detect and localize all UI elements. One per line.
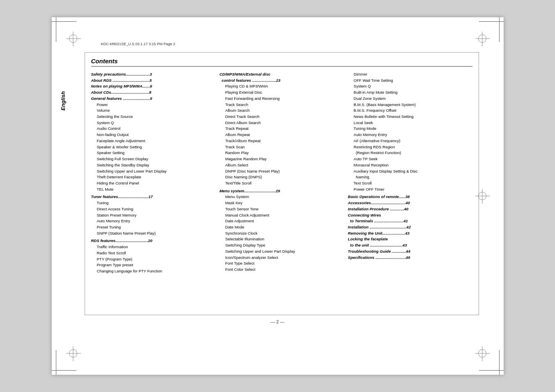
col2-sub-fastforward: Fast Forwarding and Reversing: [219, 96, 344, 102]
corner-tr-v: [499, 17, 500, 42]
col2-sub-track-repeat: Track Repeat: [219, 126, 344, 132]
col2-sub-track-search: Track Search: [219, 102, 344, 108]
col2-sub-text-scroll: Text/Title Scroll: [219, 180, 344, 187]
col3-sub-dimmer: Dimmer: [348, 71, 472, 78]
col1-sub-pty: PTY (Program Type): [91, 256, 216, 263]
col3-sub-off-wait: OFF Wait Time Setting: [348, 78, 472, 84]
col2-sub-touch-sensor: Touch Sensor Tone: [219, 206, 344, 212]
col2-cd-header2: control features ......................2…: [219, 78, 344, 84]
col3-sub-auto-memory: Auto Memory Entry: [348, 132, 472, 138]
col1-entry-2: About RDS ..............................…: [91, 78, 216, 84]
col2-sub-display-type: Switching Display Type: [219, 242, 344, 249]
col1-sub-nonfading: Non-fading Output: [91, 132, 216, 138]
col3-sub-aux-input: Auxiliary Input Display Setting & Disc: [348, 168, 472, 175]
col2-sub-magazine-random: Magazine Random Play: [219, 156, 344, 162]
col1-entry-5: General features .......................…: [91, 96, 216, 102]
col1-sub-faceplate: Faceplate Angle Adjustment: [91, 138, 216, 144]
col3-removing: Removing the Unit.....................43: [348, 231, 472, 237]
col3-sub-dual-zone: Dual Zone System: [348, 96, 472, 102]
col2-sub-dnpp: DNPP (Disc Name Preset Play): [219, 168, 344, 175]
col2-sub-track-scan: Track Scan: [219, 144, 344, 150]
crosshair-topright: [478, 35, 486, 43]
col3-locking: Locking the faceplate: [348, 236, 472, 242]
col1-sub-systemq: System Q: [91, 120, 216, 126]
col2-sub-album-select: Album Select: [219, 162, 344, 168]
col1-sub-speaker: Speaker Setting: [91, 150, 216, 156]
col2-sub-manual-clock: Manual Clock Adjustment: [219, 212, 344, 219]
col1-sub-tuning: Tuning: [91, 200, 216, 206]
col2-sub-menu-system: Menu System: [219, 194, 344, 200]
col1-sub-standby: Switching the Standby Display: [91, 162, 216, 168]
col1-sub-traffic: Traffic Information: [91, 244, 216, 250]
corner-bl-h: [52, 370, 76, 371]
col3-sub-local-seek: Local Seek: [348, 120, 472, 126]
col3-sub-monaural: Monaural Reception: [348, 162, 472, 168]
crosshair-topleft: [69, 35, 77, 43]
header-info: KDC-M9021SE_U.S 03.1.17 3:15 PM Page 2: [68, 30, 487, 46]
content-box: Contents Safety precautions.............…: [85, 52, 479, 315]
col3-sub-auto-tp: Auto TP Seek: [348, 156, 472, 162]
col2-sub-direct-track: Direct Track Search: [219, 114, 344, 120]
col1-sub-station-preset: Station Preset Memory: [91, 212, 216, 219]
col3-sub-naming: Naming: [348, 174, 472, 180]
col3-sub-text-scroll: Text Scroll: [348, 180, 472, 187]
col3-connecting-wires: Connecting Wires: [348, 212, 472, 219]
column-1: Safety precautions......................…: [91, 71, 216, 274]
col3-sub-af: AF (Alternative Frequency): [348, 138, 472, 144]
col1-sub-tel: TEL Mute: [91, 187, 216, 193]
col3-troubleshooting: Troubleshooting Guide .............44: [348, 249, 472, 255]
column-3: Dimmer OFF Wait Time Setting System Q Bu…: [348, 71, 472, 274]
col2-sub-date-adj: Date Adjustment: [219, 218, 344, 224]
col3-sub-power-off: Power OFF Timer: [348, 187, 472, 193]
col2-sub-playing-ext: Playing External Disc: [219, 90, 344, 96]
corner-tr-h: [479, 21, 504, 22]
col1-sub-volume: Volume: [91, 108, 216, 114]
col3-basic-ops: Basic Operations of remote......38: [348, 194, 472, 200]
corner-bl-v: [56, 350, 56, 375]
col2-sub-mask-key: Mask Key: [219, 200, 344, 206]
col2-sub-direct-album: Direct Album Search: [219, 120, 344, 126]
col1-entry-3: Notes on playing MP3/WMA.......6: [91, 83, 216, 90]
col1-sub-hiding: Hiding the Control Panel: [91, 180, 216, 187]
col1-sub-upperlower: Switching Upper and Lower Part Display: [91, 168, 216, 175]
col2-sub-font-color: Font Color Select: [219, 267, 344, 273]
col1-sub-snpp: SNPP (Station Name Preset Play): [91, 231, 216, 237]
col3-installation: Installation ...........................…: [348, 224, 472, 231]
col3-accessories: Accessories.............................…: [348, 200, 472, 206]
col3-to-unit: to the unit ............................…: [348, 242, 472, 249]
col2-sub-selectable: Selectable Illumination: [219, 236, 344, 242]
col3-sub-restrict-rds: Restricting RDS Region: [348, 144, 472, 150]
page-footer: — 2 —: [68, 319, 487, 324]
col2-sub-random: Random Play: [219, 150, 344, 156]
col2-sub-date-mode: Date Mode: [219, 224, 344, 231]
col1-entry-1: Safety precautions......................…: [91, 71, 216, 78]
col2-sub-sync-clock: Synchronize Clock: [219, 231, 344, 237]
col1-sub-power: Power: [91, 102, 216, 108]
corner-br-h: [479, 370, 504, 371]
column-2: CD/MP3/WMA/External disc control feature…: [219, 71, 344, 274]
page-title: Contents: [91, 58, 472, 67]
col2-sub-album-repeat: Album Repeat: [219, 132, 344, 138]
col1-rds: RDS features............................…: [91, 238, 216, 244]
col2-sub-disc-naming: Disc Naming (DNPS): [219, 174, 344, 180]
col1-sub-audio: Audio Control: [91, 126, 216, 132]
col1-entry-4: About CDs...............................…: [91, 90, 216, 96]
col1-sub-fullscreen: Switching Full Screen Display: [91, 156, 216, 162]
col2-sub-font-type: Font Type Select: [219, 261, 344, 267]
col1-tuner: Tuner features..........................…: [91, 194, 216, 200]
col2-menu: Menu system.............................…: [219, 188, 344, 194]
columns-container: Safety precautions......................…: [91, 71, 472, 274]
sidebar-label: English: [60, 91, 66, 111]
col3-installation-proc: Installation Procedure .............40: [348, 206, 472, 212]
col2-sub-track-album-repeat: Track/Album Repeat: [219, 138, 344, 144]
col3-sub-systemq: System Q: [348, 83, 472, 90]
page-number: — 2 —: [270, 319, 284, 324]
col3-specifications: Specifications .........................…: [348, 255, 472, 261]
col1-sub-direct-access: Direct Access Tuning: [91, 206, 216, 212]
page: KDC-M9021SE_U.S 03.1.17 3:15 PM Page 2 E…: [52, 17, 504, 375]
col1-sub-theft: Theft Deterrent Faceplate: [91, 174, 216, 180]
corner-tl-h: [52, 21, 76, 22]
col3-sub-news: News Bulletin with Timeout Setting: [348, 114, 472, 120]
col1-sub-source: Selecting the Source: [91, 114, 216, 120]
col3-sub-builtin-amp: Built-in Amp Mute Setting: [348, 90, 472, 96]
